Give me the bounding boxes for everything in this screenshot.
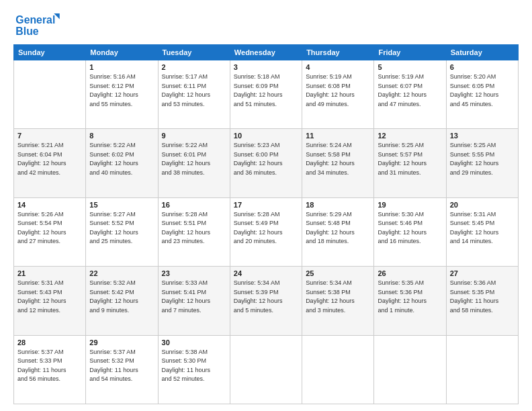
calendar-cell: 30Sunrise: 5:38 AM Sunset: 5:30 PM Dayli… [158, 335, 230, 404]
calendar-cell: 2Sunrise: 5:17 AM Sunset: 6:11 PM Daylig… [158, 60, 230, 129]
calendar-cell: 6Sunrise: 5:20 AM Sunset: 6:05 PM Daylig… [446, 60, 518, 129]
day-info: Sunrise: 5:31 AM Sunset: 5:43 PM Dayligh… [17, 279, 82, 315]
day-info: Sunrise: 5:35 AM Sunset: 5:36 PM Dayligh… [378, 279, 442, 315]
day-info: Sunrise: 5:22 AM Sunset: 6:01 PM Dayligh… [162, 141, 226, 177]
calendar-cell: 25Sunrise: 5:34 AM Sunset: 5:38 PM Dayli… [302, 267, 374, 335]
calendar-cell: 14Sunrise: 5:26 AM Sunset: 5:54 PM Dayli… [14, 197, 86, 266]
day-number: 7 [17, 132, 82, 140]
logo-svg: General Blue [13, 12, 60, 38]
weekday-header-cell: Sunday [14, 45, 86, 60]
weekday-header-cell: Thursday [302, 45, 374, 60]
day-number: 28 [17, 338, 82, 347]
day-number: 3 [234, 63, 298, 71]
calendar-cell [302, 335, 374, 404]
day-info: Sunrise: 5:21 AM Sunset: 6:04 PM Dayligh… [17, 141, 82, 177]
header: General Blue [13, 12, 519, 38]
calendar-cell: 19Sunrise: 5:30 AM Sunset: 5:46 PM Dayli… [374, 197, 446, 266]
day-number: 11 [306, 132, 370, 140]
calendar-cell: 3Sunrise: 5:18 AM Sunset: 6:09 PM Daylig… [230, 60, 302, 129]
weekday-header-cell: Monday [86, 45, 158, 60]
weekday-header-cell: Saturday [446, 45, 518, 60]
day-info: Sunrise: 5:16 AM Sunset: 6:12 PM Dayligh… [89, 73, 154, 109]
day-info: Sunrise: 5:34 AM Sunset: 5:38 PM Dayligh… [306, 279, 370, 315]
day-number: 29 [89, 338, 154, 347]
calendar-cell: 4Sunrise: 5:19 AM Sunset: 6:08 PM Daylig… [302, 60, 374, 129]
calendar-cell: 27Sunrise: 5:36 AM Sunset: 5:35 PM Dayli… [446, 267, 518, 335]
day-number: 2 [162, 63, 226, 71]
calendar-week-row: 14Sunrise: 5:26 AM Sunset: 5:54 PM Dayli… [14, 197, 519, 266]
calendar-cell: 15Sunrise: 5:27 AM Sunset: 5:52 PM Dayli… [86, 197, 158, 266]
day-number: 30 [162, 338, 226, 347]
page: General Blue SundayMondayTuesdayWednesda… [0, 0, 532, 411]
calendar-cell: 22Sunrise: 5:32 AM Sunset: 5:42 PM Dayli… [86, 267, 158, 335]
day-info: Sunrise: 5:30 AM Sunset: 5:46 PM Dayligh… [378, 210, 442, 246]
weekday-header-cell: Wednesday [230, 45, 302, 60]
day-number: 26 [378, 269, 442, 277]
calendar-cell: 17Sunrise: 5:28 AM Sunset: 5:49 PM Dayli… [230, 197, 302, 266]
calendar-cell [230, 335, 302, 404]
calendar-cell: 29Sunrise: 5:37 AM Sunset: 5:32 PM Dayli… [86, 335, 158, 404]
calendar-cell: 23Sunrise: 5:33 AM Sunset: 5:41 PM Dayli… [158, 267, 230, 335]
day-number: 9 [162, 132, 226, 140]
day-info: Sunrise: 5:37 AM Sunset: 5:32 PM Dayligh… [89, 348, 154, 384]
day-number: 20 [450, 201, 515, 209]
calendar-cell: 20Sunrise: 5:31 AM Sunset: 5:45 PM Dayli… [446, 197, 518, 266]
day-info: Sunrise: 5:24 AM Sunset: 5:58 PM Dayligh… [306, 141, 370, 177]
calendar-cell [446, 335, 518, 404]
weekday-header-row: SundayMondayTuesdayWednesdayThursdayFrid… [14, 45, 519, 60]
day-info: Sunrise: 5:32 AM Sunset: 5:42 PM Dayligh… [89, 279, 154, 315]
day-number: 10 [234, 132, 298, 140]
calendar-cell: 13Sunrise: 5:25 AM Sunset: 5:55 PM Dayli… [446, 129, 518, 197]
day-info: Sunrise: 5:19 AM Sunset: 6:07 PM Dayligh… [378, 73, 442, 109]
day-number: 27 [450, 269, 515, 277]
day-info: Sunrise: 5:27 AM Sunset: 5:52 PM Dayligh… [89, 210, 154, 246]
calendar-table: SundayMondayTuesdayWednesdayThursdayFrid… [13, 44, 519, 404]
calendar-week-row: 28Sunrise: 5:37 AM Sunset: 5:33 PM Dayli… [14, 335, 519, 404]
day-info: Sunrise: 5:34 AM Sunset: 5:39 PM Dayligh… [234, 279, 298, 315]
svg-text:Blue: Blue [15, 26, 38, 37]
day-info: Sunrise: 5:17 AM Sunset: 6:11 PM Dayligh… [162, 73, 226, 109]
day-number: 17 [234, 201, 298, 209]
day-number: 8 [89, 132, 154, 140]
calendar-week-row: 21Sunrise: 5:31 AM Sunset: 5:43 PM Dayli… [14, 267, 519, 335]
day-number: 1 [89, 63, 154, 71]
calendar-cell: 7Sunrise: 5:21 AM Sunset: 6:04 PM Daylig… [14, 129, 86, 197]
day-number: 14 [17, 201, 82, 209]
day-info: Sunrise: 5:23 AM Sunset: 6:00 PM Dayligh… [234, 141, 298, 177]
day-number: 12 [378, 132, 442, 140]
day-number: 19 [378, 201, 442, 209]
day-info: Sunrise: 5:22 AM Sunset: 6:02 PM Dayligh… [89, 141, 154, 177]
day-info: Sunrise: 5:28 AM Sunset: 5:51 PM Dayligh… [162, 210, 226, 246]
calendar-cell: 5Sunrise: 5:19 AM Sunset: 6:07 PM Daylig… [374, 60, 446, 129]
day-info: Sunrise: 5:28 AM Sunset: 5:49 PM Dayligh… [234, 210, 298, 246]
day-info: Sunrise: 5:33 AM Sunset: 5:41 PM Dayligh… [162, 279, 226, 315]
day-number: 16 [162, 201, 226, 209]
day-info: Sunrise: 5:31 AM Sunset: 5:45 PM Dayligh… [450, 210, 515, 246]
calendar-cell: 11Sunrise: 5:24 AM Sunset: 5:58 PM Dayli… [302, 129, 374, 197]
calendar-cell: 24Sunrise: 5:34 AM Sunset: 5:39 PM Dayli… [230, 267, 302, 335]
day-info: Sunrise: 5:25 AM Sunset: 5:55 PM Dayligh… [450, 141, 515, 177]
day-number: 13 [450, 132, 515, 140]
weekday-header-cell: Friday [374, 45, 446, 60]
day-number: 21 [17, 269, 82, 277]
day-number: 24 [234, 269, 298, 277]
calendar-cell: 18Sunrise: 5:29 AM Sunset: 5:48 PM Dayli… [302, 197, 374, 266]
calendar-cell: 9Sunrise: 5:22 AM Sunset: 6:01 PM Daylig… [158, 129, 230, 197]
day-number: 5 [378, 63, 442, 71]
day-number: 23 [162, 269, 226, 277]
day-info: Sunrise: 5:19 AM Sunset: 6:08 PM Dayligh… [306, 73, 370, 109]
calendar-cell: 1Sunrise: 5:16 AM Sunset: 6:12 PM Daylig… [86, 60, 158, 129]
day-number: 25 [306, 269, 370, 277]
calendar-cell: 28Sunrise: 5:37 AM Sunset: 5:33 PM Dayli… [14, 335, 86, 404]
day-info: Sunrise: 5:18 AM Sunset: 6:09 PM Dayligh… [234, 73, 298, 109]
day-number: 15 [89, 201, 154, 209]
day-info: Sunrise: 5:29 AM Sunset: 5:48 PM Dayligh… [306, 210, 370, 246]
day-info: Sunrise: 5:20 AM Sunset: 6:05 PM Dayligh… [450, 73, 515, 109]
calendar-cell [14, 60, 86, 129]
day-number: 6 [450, 63, 515, 71]
calendar-cell: 10Sunrise: 5:23 AM Sunset: 6:00 PM Dayli… [230, 129, 302, 197]
calendar-cell [374, 335, 446, 404]
day-info: Sunrise: 5:36 AM Sunset: 5:35 PM Dayligh… [450, 279, 515, 315]
day-number: 4 [306, 63, 370, 71]
day-number: 18 [306, 201, 370, 209]
